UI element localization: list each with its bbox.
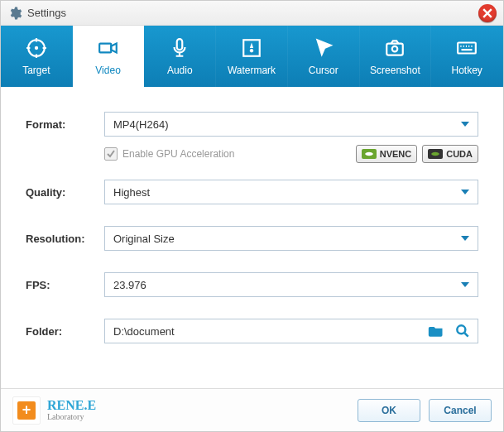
cancel-label: Cancel	[444, 405, 476, 416]
title-bar: Settings	[1, 1, 503, 26]
quality-row: Quality: Highest	[26, 180, 478, 204]
tab-bar: Target Video Audio Watermark Cursor Scre…	[1, 26, 503, 87]
cuda-badge: CUDA	[422, 145, 478, 163]
nvenc-text: NVENC	[380, 149, 412, 159]
nvenc-badge: NVENC	[356, 145, 418, 163]
quality-value: Highest	[113, 186, 150, 199]
tab-label: Target	[22, 65, 50, 76]
chevron-down-icon	[461, 190, 469, 194]
settings-panel: Format: MP4(H264) Enable GPU Acceleratio…	[1, 87, 503, 373]
folder-row: Folder: D:\document	[26, 319, 478, 343]
svg-point-1	[35, 46, 38, 50]
svg-point-9	[457, 325, 465, 334]
fps-label: FPS:	[26, 279, 104, 291]
chevron-down-icon	[461, 122, 469, 127]
logo-badge: +	[12, 396, 41, 425]
svg-rect-3	[177, 39, 183, 50]
tab-target[interactable]: Target	[1, 26, 73, 87]
chevron-down-icon	[461, 282, 469, 287]
folder-input[interactable]: D:\document	[104, 319, 478, 343]
tab-label: Watermark	[228, 65, 276, 76]
tab-cursor[interactable]: Cursor	[288, 26, 360, 87]
gear-icon	[7, 6, 22, 21]
hotkey-icon	[455, 36, 478, 60]
target-icon	[25, 36, 48, 60]
close-button[interactable]	[478, 4, 497, 22]
svg-rect-2	[99, 44, 111, 53]
cancel-button[interactable]: Cancel	[429, 399, 492, 422]
resolution-select[interactable]: Original Size	[104, 226, 478, 251]
close-icon	[482, 8, 492, 18]
format-select[interactable]: MP4(H264)	[104, 112, 478, 137]
ok-label: OK	[382, 405, 396, 416]
svg-rect-6	[387, 44, 404, 55]
browse-button[interactable]	[453, 321, 473, 341]
resolution-value: Original Size	[113, 233, 175, 245]
resolution-row: Resolution: Original Size	[26, 226, 478, 251]
tab-audio[interactable]: Audio	[144, 26, 216, 87]
folder-label: Folder:	[26, 325, 104, 338]
chevron-down-icon	[461, 236, 469, 241]
window-title: Settings	[27, 7, 478, 19]
quality-select[interactable]: Highest	[104, 180, 478, 204]
gpu-checkbox[interactable]	[104, 147, 118, 161]
gpu-label: Enable GPU Acceleration	[122, 148, 351, 160]
ok-button[interactable]: OK	[358, 399, 420, 422]
format-row: Format: MP4(H264)	[26, 112, 478, 137]
gpu-row: Enable GPU Acceleration NVENC CUDA	[104, 145, 478, 163]
open-folder-button[interactable]	[426, 321, 446, 341]
resolution-label: Resolution:	[26, 233, 104, 245]
check-icon	[106, 149, 116, 159]
tab-label: Video	[95, 65, 120, 76]
folder-icon	[428, 323, 444, 339]
brand-name: RENE.E	[47, 399, 96, 412]
nvidia-eye-icon	[362, 149, 377, 159]
fps-select[interactable]: 23.976	[104, 272, 478, 297]
search-icon	[454, 323, 471, 339]
plus-icon: +	[17, 401, 36, 420]
tab-label: Screenshot	[370, 65, 420, 76]
footer: + RENE.E Laboratory OK Cancel	[1, 388, 503, 431]
fps-value: 23.976	[113, 279, 146, 291]
quality-label: Quality:	[26, 186, 104, 199]
tab-screenshot[interactable]: Screenshot	[360, 26, 432, 87]
fps-row: FPS: 23.976	[26, 272, 478, 297]
tab-watermark[interactable]: Watermark	[216, 26, 288, 87]
audio-icon	[168, 36, 191, 60]
watermark-icon	[240, 36, 263, 60]
screenshot-icon	[383, 36, 406, 60]
tab-label: Hotkey	[451, 65, 482, 76]
svg-rect-8	[458, 43, 476, 54]
folder-value: D:\document	[113, 325, 175, 338]
format-value: MP4(H264)	[113, 118, 168, 131]
tab-video[interactable]: Video	[73, 26, 145, 87]
svg-point-5	[250, 49, 253, 52]
brand-logo: + RENE.E Laboratory	[12, 396, 349, 425]
cursor-icon	[312, 36, 335, 60]
format-label: Format:	[26, 118, 104, 131]
tab-label: Cursor	[309, 65, 338, 76]
tab-label: Audio	[167, 65, 193, 76]
video-icon	[97, 36, 120, 60]
cuda-text: CUDA	[446, 149, 473, 159]
brand-sub: Laboratory	[47, 412, 96, 421]
tab-hotkey[interactable]: Hotkey	[431, 26, 503, 87]
svg-point-7	[392, 46, 398, 52]
nvidia-eye-icon	[428, 149, 443, 159]
